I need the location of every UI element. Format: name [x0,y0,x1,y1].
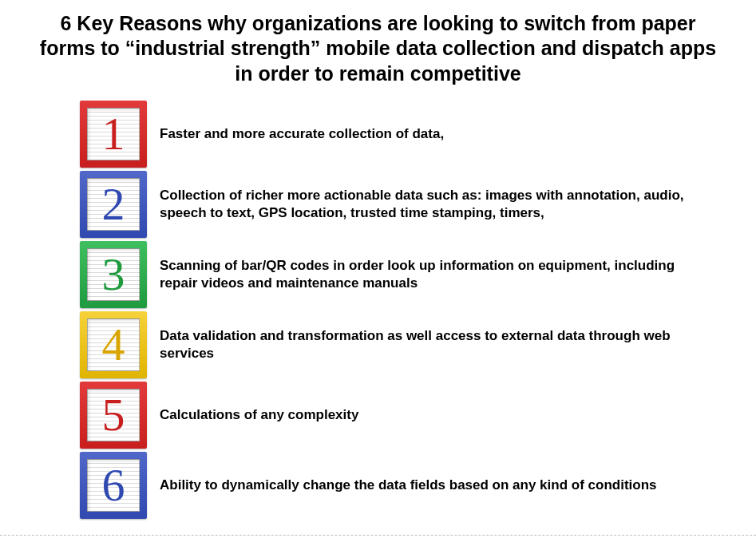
block-digit: 3 [102,251,125,298]
list-item: 1 Faster and more accurate collection of… [80,101,756,168]
list-item: 2 Collection of richer more actionable d… [80,171,756,238]
reason-text: Faster and more accurate collection of d… [160,125,444,143]
block-digit: 6 [102,462,125,508]
number-block-6-icon: 6 [80,452,147,519]
list-item: 6 Ability to dynamically change the data… [80,452,756,519]
page-title: 6 Key Reasons why organizations are look… [0,0,756,94]
number-block-2-icon: 2 [80,171,147,238]
number-block-4-icon: 4 [80,311,147,378]
reason-text: Scanning of bar/QR codes in order look u… [160,257,687,292]
block-digit: 1 [102,111,125,157]
reasons-list: 1 Faster and more accurate collection of… [0,94,756,519]
number-block-1-icon: 1 [80,101,147,168]
block-digit: 4 [102,322,125,368]
block-digit: 2 [102,181,125,227]
divider [0,535,756,536]
reason-text: Data validation and transformation as we… [160,327,687,362]
reason-text: Ability to dynamically change the data f… [160,477,657,494]
block-digit: 5 [102,392,125,438]
reason-text: Collection of richer more actionable dat… [160,187,687,222]
list-item: 4 Data validation and transformation as … [80,311,756,378]
reason-text: Calculations of any complexity [160,406,358,424]
list-item: 3 Scanning of bar/QR codes in order look… [80,241,756,308]
number-block-3-icon: 3 [80,241,147,308]
list-item: 5 Calculations of any complexity [80,382,756,449]
number-block-5-icon: 5 [80,382,147,449]
